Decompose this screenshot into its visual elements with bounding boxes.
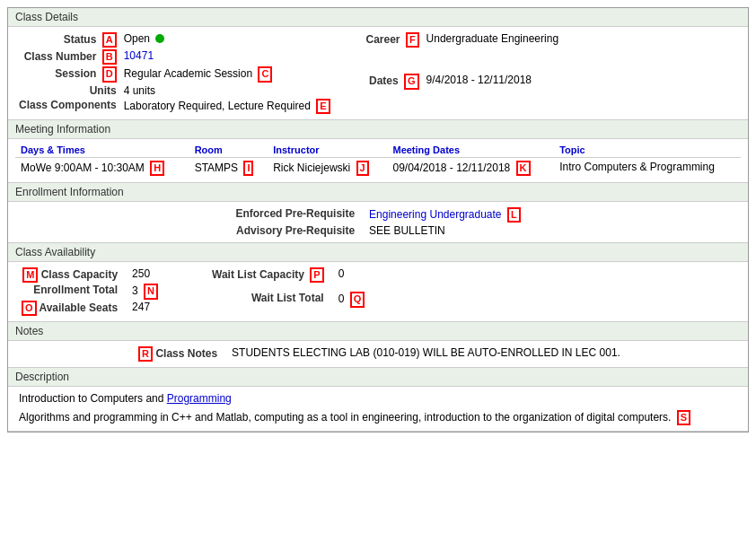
annotation-i: I [243,161,253,176]
class-capacity-value: 250 [132,267,158,283]
class-availability-title: Class Availability [15,246,95,258]
class-availability-body: M Class Capacity 250 Enrollment Total 3 … [8,262,748,321]
annotation-m: M [22,267,38,283]
class-number-label: Class Number B [19,49,117,65]
description-header: Description [8,368,748,387]
career-label: Career F [366,32,419,48]
enrollment-info-section: Enrollment Information Enforced Pre-Requ… [8,183,748,243]
availability-grid: M Class Capacity 250 Enrollment Total 3 … [19,267,737,316]
notes-title: Notes [15,325,43,337]
avail-right: Wait List Capacity P 0 Wait List Total 0… [212,267,365,316]
annotation-r: R [138,346,153,362]
col-room: Room [189,143,268,158]
advisory-prereq-label: Advisory Pre-Requisite [19,224,362,237]
col-topic: Topic [554,143,741,158]
description-line1: Introduction to Computers and Programmin… [19,392,737,405]
annotation-a: A [102,32,117,48]
class-details-left: Status A Open Class Number B 10471 [19,32,330,114]
enrollment-info-title: Enrollment Information [15,186,124,198]
status-label: Status A [19,32,117,48]
description-line2: Algorithms and programming in C++ and Ma… [19,410,737,425]
annotation-c: C [258,66,272,82]
description-title: Description [15,371,69,383]
annotation-b: B [102,49,117,65]
session-value: Regular Academic Session C [124,66,330,82]
units-label: Units [19,84,117,97]
class-notes-label: R Class Notes [19,346,224,362]
notes-header: Notes [8,322,748,341]
class-details-body: Status A Open Class Number B 10471 [8,27,748,119]
programming-link[interactable]: Programming [167,392,232,405]
wait-list-capacity-label: Wait List Capacity P [212,267,331,291]
class-notes-value: STUDENTS ELECTING LAB (010-019) WILL BE … [232,346,737,362]
enrollment-total-value: 3 N [132,284,158,299]
meeting-info-section: Meeting Information Days & Times Room In… [8,120,748,183]
avail-left: M Class Capacity 250 Enrollment Total 3 … [19,267,158,316]
annotation-f: F [406,32,419,48]
enrollment-info-body: Enforced Pre-Requisite Engineering Under… [8,202,748,242]
annotation-h: H [150,161,164,176]
class-number-value: 10471 [124,49,330,62]
available-seats-value: 247 [132,301,158,316]
dates-label: Dates G [366,74,419,89]
annotation-p: P [310,267,323,283]
class-components-label: Class Components [19,99,117,111]
wait-list-total-label: Wait List Total [212,292,331,315]
topic-cell: Intro Computers & Programming [554,157,741,179]
instructor-cell: Rick Niciejewski J [268,157,387,179]
days-times-cell: MoWe 9:00AM - 10:30AM H [15,157,189,179]
enrollment-grid: Enforced Pre-Requisite Engineering Under… [19,207,737,237]
enrollment-total-label: Enrollment Total [19,284,125,299]
meeting-info-body: Days & Times Room Instructor Meeting Dat… [8,139,748,182]
enforced-prereq-label: Enforced Pre-Requisite [19,207,362,220]
room-cell: STAMPS I [189,157,268,179]
career-value: Undergraduate Engineering [426,32,558,45]
annotation-d: D [102,66,117,82]
annotation-l: L [507,207,521,223]
meeting-row: MoWe 9:00AM - 10:30AM H STAMPS I Rick Ni… [15,157,741,179]
class-details-section: Class Details Status A Open Class Number… [8,8,748,120]
annotation-q: Q [350,292,365,307]
col-meeting-dates: Meeting Dates [387,143,554,158]
meeting-info-title: Meeting Information [15,123,110,135]
description-section: Description Introduction to Computers an… [8,368,748,432]
class-details-grid: Status A Open Class Number B 10471 [19,32,737,114]
class-components-value: Laboratory Required, Lecture Required E [124,99,330,114]
class-details-title: Class Details [15,11,78,23]
class-details-right: Career F Undergraduate Engineering Dates… [366,32,559,114]
meeting-info-header: Meeting Information [8,120,748,139]
description-body: Introduction to Computers and Programmin… [8,387,748,431]
class-details-header: Class Details [8,8,748,27]
wait-list-capacity-value: 0 [338,267,365,291]
enforced-prereq-value: Engineering Undergraduate L [369,207,737,223]
notes-body: R Class Notes STUDENTS ELECTING LAB (010… [8,341,748,367]
annotation-e: E [316,99,330,114]
class-capacity-label: M Class Capacity [19,267,125,283]
wait-list-total-value: 0 Q [338,292,365,315]
enrollment-info-header: Enrollment Information [8,183,748,202]
status-dot [155,34,164,43]
annotation-j: J [356,161,369,176]
class-availability-header: Class Availability [8,243,748,262]
col-instructor: Instructor [268,143,387,158]
meeting-dates-cell: 09/04/2018 - 12/11/2018 K [387,157,554,179]
status-value: Open [124,32,330,45]
annotation-s: S [677,410,690,425]
advisory-prereq-value: SEE BULLETIN [369,224,737,237]
annotation-g: G [404,74,419,89]
annotation-o: O [22,301,37,316]
dates-value: 9/4/2018 - 12/11/2018 [426,74,558,86]
notes-section: Notes R Class Notes STUDENTS ELECTING LA… [8,322,748,368]
meeting-table: Days & Times Room Instructor Meeting Dat… [15,143,741,179]
annotation-k: K [516,161,531,176]
main-container: Class Details Status A Open Class Number… [7,7,749,433]
class-availability-section: Class Availability M Class Capacity 250 … [8,243,748,322]
notes-grid: R Class Notes STUDENTS ELECTING LAB (010… [19,346,737,362]
annotation-n: N [144,284,158,299]
units-value: 4 units [124,84,330,97]
available-seats-label: O Available Seats [19,301,125,316]
col-days-times: Days & Times [15,143,189,158]
session-label: Session D [19,66,117,82]
